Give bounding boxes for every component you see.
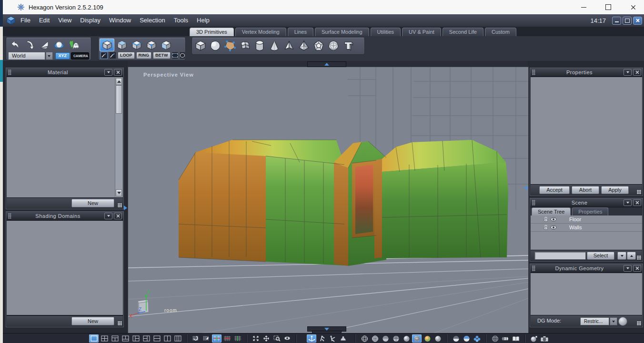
grid-horizontal-icon[interactable] [222, 334, 232, 343]
eye-icon[interactable] [550, 225, 557, 230]
tab-scene-properties[interactable]: Properties [572, 207, 608, 216]
properties-menu-button[interactable] [624, 69, 632, 76]
scene-tree[interactable]: Floor Walls [531, 216, 642, 250]
primitive-cube-icon[interactable] [193, 39, 208, 52]
dg-sphere-indicator[interactable] [618, 317, 627, 326]
tab-3d-primitives[interactable]: 3D Primitives [190, 28, 234, 36]
shading-domains-close-button[interactable] [114, 213, 122, 219]
world-selector[interactable]: World [8, 52, 45, 60]
fan-surface-icon[interactable] [37, 39, 51, 51]
viewport-bottom-split-icon[interactable] [121, 334, 130, 343]
soft-selection-icon[interactable] [338, 334, 348, 343]
app-minimize-button[interactable] [612, 17, 621, 25]
smooth-shading-icon[interactable] [402, 334, 411, 343]
dynamic-geometry-header[interactable]: Dynamic Geometry [530, 264, 643, 273]
viewport-left-split-icon[interactable] [131, 334, 141, 343]
smooth-wire-icon[interactable] [412, 334, 422, 343]
grid-xy-icon[interactable] [212, 334, 221, 343]
grid-snap-icon[interactable] [191, 334, 201, 343]
tab-scene-tree[interactable]: Scene Tree [532, 207, 571, 216]
scroll-up-button[interactable] [116, 78, 122, 85]
menu-help[interactable]: Help [192, 14, 214, 27]
panel-grip[interactable] [532, 69, 535, 75]
properties-close-button[interactable] [633, 69, 641, 76]
select-edge-cube-icon[interactable] [129, 39, 144, 51]
dynamic-geometry-close-button[interactable] [633, 265, 641, 272]
window-maximize-button[interactable] [600, 1, 616, 13]
select-point-cube-icon[interactable] [144, 39, 159, 51]
material-resize-grip[interactable] [118, 203, 122, 207]
app-close-button[interactable] [633, 17, 642, 25]
xyz-button[interactable]: XYZ [55, 52, 70, 59]
scene-item-walls[interactable]: Walls [531, 224, 642, 232]
primitive-grid-plane-icon[interactable] [237, 39, 252, 52]
shading-domains-menu-button[interactable] [104, 213, 112, 219]
material-scrollbar[interactable] [115, 78, 122, 197]
redo-curved-arrow-icon[interactable] [22, 39, 37, 51]
ghost-icon[interactable] [66, 39, 81, 51]
viewport-canvas[interactable]: Y Z X [128, 67, 528, 333]
abort-button[interactable]: Abort [572, 186, 599, 194]
properties-resize-grip[interactable] [637, 190, 641, 194]
zoom-region-icon[interactable] [272, 334, 282, 343]
flat-wire-icon[interactable] [391, 334, 401, 343]
flat-shading-icon[interactable] [381, 334, 390, 343]
render-sphere-icon[interactable] [529, 334, 539, 343]
dynamic-geometry-menu-button[interactable] [624, 265, 632, 272]
material-menu-button[interactable] [104, 69, 112, 76]
tab-lines[interactable]: Lines [288, 28, 313, 36]
material-close-button[interactable] [114, 69, 122, 76]
world-selector-arrow[interactable] [46, 52, 52, 60]
menu-window[interactable]: Window [105, 14, 135, 27]
untextured-icon[interactable] [433, 334, 443, 343]
viewport-two-columns-icon[interactable] [173, 334, 182, 343]
app-maximize-button[interactable] [623, 17, 632, 25]
scrollbar-thumb[interactable] [116, 85, 122, 114]
wireframe-icon[interactable] [360, 334, 369, 343]
pan-view-icon[interactable] [262, 334, 271, 343]
textured-icon[interactable] [423, 334, 432, 343]
grid-vertical-icon[interactable] [233, 334, 242, 343]
panel-grip[interactable] [8, 213, 11, 219]
dg-mode-value[interactable]: Restric... [580, 317, 609, 325]
scene-select-button[interactable]: Select [587, 252, 614, 260]
menu-tools[interactable]: Tools [170, 14, 192, 27]
visibility-eye-icon[interactable] [282, 334, 292, 343]
render-camera-icon[interactable] [540, 334, 549, 343]
tab-surface-modeling[interactable]: Surface Modeling [315, 28, 369, 36]
scene-header[interactable]: Scene [530, 198, 643, 207]
left-dock-collapse-icon[interactable] [124, 206, 127, 210]
scene-search-input[interactable] [534, 252, 586, 260]
shading-domains-list[interactable] [7, 221, 123, 315]
properties-header[interactable]: Properties [530, 68, 643, 77]
scroll-down-button[interactable] [116, 189, 122, 196]
paint-select-icon[interactable] [101, 52, 108, 59]
viewport-single-icon[interactable] [89, 334, 99, 343]
paint-deselect-icon[interactable] [109, 52, 116, 59]
fit-view-icon[interactable] [251, 334, 261, 343]
select-object-cube-icon[interactable] [100, 39, 114, 51]
shading-domains-resize-grip[interactable] [118, 321, 122, 325]
viewport-right-split-icon[interactable] [141, 334, 151, 343]
clipped-sphere-icon[interactable] [462, 334, 471, 343]
scene-down-button[interactable] [617, 252, 626, 260]
panel-grip[interactable] [532, 200, 535, 206]
lock-icon[interactable] [543, 216, 549, 222]
primitive-geodesic-icon[interactable] [326, 39, 341, 52]
scene-close-button[interactable] [633, 199, 641, 206]
primitive-pyramid-icon[interactable] [282, 39, 296, 52]
menu-file[interactable]: File [16, 14, 35, 27]
window-minimize-button[interactable] [575, 1, 592, 13]
primitive-tetrahedron-icon[interactable] [296, 39, 311, 52]
lock-icon[interactable] [543, 225, 549, 230]
scene-menu-button[interactable] [624, 199, 632, 206]
viewport-grid-4-icon[interactable] [100, 334, 109, 343]
primitive-cone-icon[interactable] [267, 39, 282, 52]
shading-domains-new-button[interactable]: New [71, 317, 114, 325]
tab-vertex-modeling[interactable]: Vertex Modeling [235, 28, 286, 36]
eye-icon[interactable] [550, 217, 557, 222]
scene-item-floor[interactable]: Floor [531, 216, 642, 224]
viewport-rows-icon[interactable] [152, 334, 161, 343]
dg-resize-grip[interactable] [637, 321, 641, 325]
perspective-viewport[interactable]: Y Z X Perspective View room [128, 67, 529, 334]
